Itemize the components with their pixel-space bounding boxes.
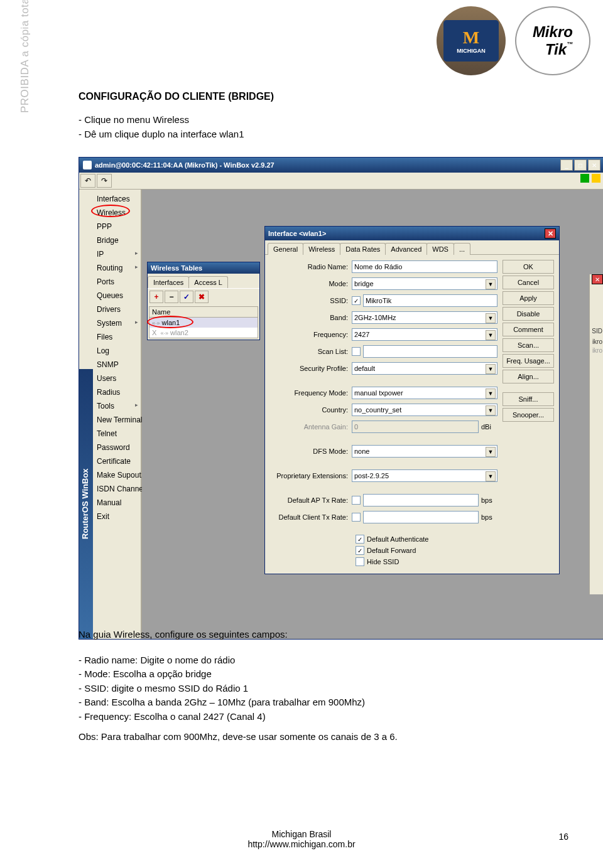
btn-scan[interactable]: Scan... (503, 338, 554, 352)
unit-bps1: bps (479, 496, 497, 504)
check-hide-ssid[interactable] (356, 557, 364, 566)
sidebar-item-drivers[interactable]: Drivers (93, 303, 141, 316)
sidebar-item-bridge[interactable]: Bridge (93, 233, 141, 247)
interface-close-button[interactable]: ✕ (545, 228, 556, 238)
wt-tab-interfaces[interactable]: Interfaces (148, 276, 189, 288)
label-ssid: SSID: (270, 297, 352, 304)
select-mode[interactable]: bridge (352, 277, 497, 290)
sidebar-item-tools[interactable]: Tools (93, 399, 141, 413)
label-radio-name: Radio Name: (270, 263, 352, 271)
iw-tab-advanced[interactable]: Advanced (385, 243, 427, 255)
redo-button[interactable]: ↷ (97, 174, 112, 188)
sidebar-item-manual[interactable]: Manual (93, 496, 141, 510)
wt-row-wlan2[interactable]: X «·» wlan2 (149, 328, 258, 338)
wt-remove-button[interactable]: − (165, 291, 178, 303)
wt-row-wlan1[interactable]: «·» wlan1 (149, 318, 258, 328)
right-partial-window: SID ikro ikro ✕ (589, 274, 603, 594)
iw-tab-general[interactable]: General (268, 243, 303, 255)
btn-align[interactable]: Align... (503, 370, 554, 383)
select-security[interactable]: default (352, 362, 497, 375)
close-button[interactable]: ✕ (588, 159, 600, 171)
sidebar-item-users[interactable]: Users (93, 372, 141, 385)
sidebar-item-certificate[interactable]: Certificate (93, 454, 141, 468)
btn-frequsage[interactable]: Freq. Usage... (503, 354, 554, 368)
maximize-button[interactable]: □ (574, 159, 587, 171)
iw-tab-datarates[interactable]: Data Rates (340, 243, 386, 255)
page-footer: Michigan Brasil http://www.michigan.com.… (0, 829, 603, 849)
minimize-button[interactable]: _ (560, 159, 573, 171)
sidebar-item-radius[interactable]: Radius (93, 385, 141, 399)
btn-ok[interactable]: OK (503, 260, 554, 274)
winbox-titlebar[interactable]: admin@00:0C:42:11:04:AA (MikroTik) - Win… (79, 158, 603, 173)
header-logos: M MICHIGAN Mikro Tik™ (437, 6, 590, 75)
label-country: Country: (270, 406, 352, 414)
sidebar-item-password[interactable]: Password (93, 441, 141, 454)
sidebar-item-interfaces[interactable]: Interfaces (93, 192, 141, 206)
input-scanlist[interactable] (363, 345, 497, 358)
btn-sniff[interactable]: Sniff... (503, 392, 554, 406)
sidebar-item-new-terminal[interactable]: New Terminal (93, 413, 141, 427)
wt-disable-button[interactable]: ✖ (195, 291, 209, 303)
sidebar-item-ip[interactable]: IP (93, 247, 141, 261)
sidebar-item-ports[interactable]: Ports (93, 275, 141, 289)
btn-disable[interactable]: Disable (503, 307, 554, 321)
input-antenna: 0 (352, 421, 479, 433)
wt-tab-access[interactable]: Access L (188, 276, 228, 288)
wt-column-header[interactable]: Name (149, 307, 258, 318)
doc-steps: - Clique no menu Wireless - Dê um clique… (79, 113, 244, 141)
doc-bottom-text: Na guia Wireless, configure os seguintes… (79, 628, 365, 724)
btn-snooper[interactable]: Snooper... (503, 408, 554, 422)
wireless-tables-titlebar[interactable]: Wireless Tables (148, 262, 259, 274)
sidebar-item-snmp[interactable]: SNMP (93, 358, 141, 372)
wireless-tables-window: Wireless Tables Interfaces Access L + − … (147, 262, 260, 340)
winbox-title: admin@00:0C:42:11:04:AA (MikroTik) - Win… (95, 161, 274, 169)
undo-button[interactable]: ↶ (80, 174, 95, 188)
input-radio-name[interactable]: Nome do Rádio (352, 260, 497, 273)
check-scanlist[interactable] (352, 347, 361, 356)
input-defap[interactable] (363, 494, 479, 506)
right-close-button[interactable]: ✕ (592, 274, 603, 284)
sidebar-item-files[interactable]: Files (93, 330, 141, 344)
label-dfsmode: DFS Mode: (270, 447, 352, 455)
btn-apply[interactable]: Apply (503, 291, 554, 305)
interface-wlan1-window: Interface <wlan1> ✕ General Wireless Dat… (264, 226, 560, 574)
check-defclient[interactable] (352, 513, 361, 522)
select-freqmode[interactable]: manual txpower (352, 387, 497, 399)
sidebar-item-make-supout[interactable]: Make Supout.rif (93, 468, 141, 482)
winbox-window: admin@00:0C:42:11:04:AA (MikroTik) - Win… (79, 157, 603, 640)
label-freqmode: Frequency Mode: (270, 389, 352, 397)
sidebar-item-routing[interactable]: Routing (93, 261, 141, 275)
check-ssid[interactable]: ✓ (352, 296, 361, 305)
michigan-logo: M MICHIGAN (437, 6, 506, 75)
label-frequency: Frequency: (270, 331, 352, 338)
iw-tab-more[interactable]: ... (454, 243, 470, 255)
winbox-main-area: Wireless Tables Interfaces Access L + − … (142, 190, 603, 639)
wt-add-button[interactable]: + (149, 291, 163, 303)
sidebar-item-wireless[interactable]: Wireless (93, 206, 141, 220)
status-indicator-green (580, 174, 589, 183)
sidebar-item-log[interactable]: Log (93, 344, 141, 358)
sidebar-item-exit[interactable]: Exit (93, 510, 141, 523)
select-proprietary[interactable]: post-2.9.25 (352, 469, 497, 482)
btn-comment[interactable]: Comment (503, 323, 554, 336)
sidebar-item-system[interactable]: System (93, 316, 141, 330)
lock-icon (592, 174, 600, 183)
interface-wlan1-titlebar[interactable]: Interface <wlan1> ✕ (265, 227, 559, 240)
iw-tab-wds[interactable]: WDS (426, 243, 454, 255)
check-default-auth[interactable]: ✓ (356, 535, 364, 544)
iw-tab-wireless[interactable]: Wireless (303, 243, 340, 255)
select-dfsmode[interactable]: none (352, 445, 497, 458)
check-defap[interactable] (352, 496, 361, 505)
sidebar-item-ppp[interactable]: PPP (93, 220, 141, 233)
btn-cancel[interactable]: Cancel (503, 276, 554, 289)
sidebar-item-queues[interactable]: Queues (93, 289, 141, 303)
input-ssid[interactable]: MikroTik (363, 294, 497, 307)
select-band[interactable]: 2GHz-10MHz (352, 311, 497, 324)
check-default-fwd[interactable]: ✓ (356, 546, 364, 555)
input-defclient[interactable] (363, 511, 479, 523)
select-country[interactable]: no_country_set (352, 404, 497, 416)
wt-enable-button[interactable]: ✓ (180, 291, 193, 303)
sidebar-item-isdn[interactable]: ISDN Channels (93, 482, 141, 496)
select-frequency[interactable]: 2427 (352, 328, 497, 341)
sidebar-item-telnet[interactable]: Telnet (93, 427, 141, 441)
